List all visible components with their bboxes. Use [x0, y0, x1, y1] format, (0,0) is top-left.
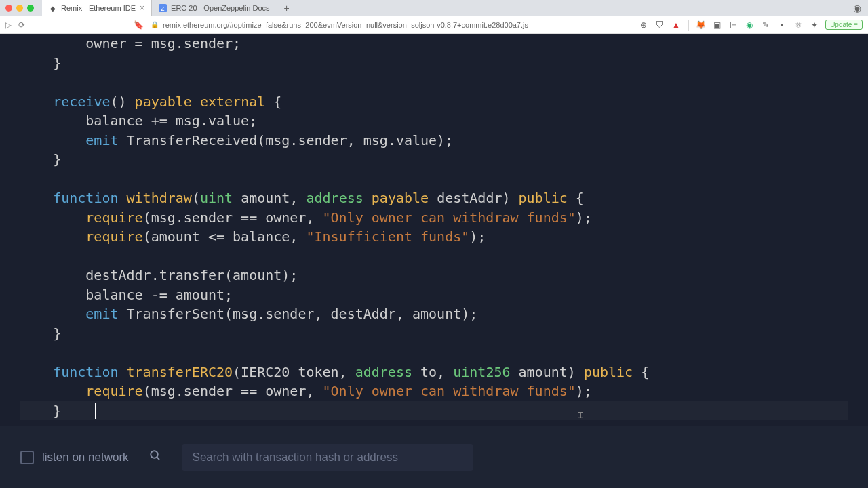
- ext-docs-icon[interactable]: ▣: [711, 20, 722, 30]
- listen-network-label: listen on network: [42, 451, 129, 464]
- ext-react-icon[interactable]: ⚛: [793, 20, 804, 30]
- console-panel: listen on network: [0, 426, 868, 488]
- address-bar: ▷ ⟳ 🔖 🔒 remix.ethereum.org/#optimize=fal…: [0, 16, 868, 34]
- code-line: [20, 169, 848, 189]
- code-editor[interactable]: owner = msg.sender; } receive() payable …: [0, 34, 868, 426]
- code-line: require(msg.sender == owner, "Only owner…: [20, 382, 848, 401]
- text-cursor: [95, 403, 96, 419]
- window-controls: [5, 5, 34, 12]
- account-icon[interactable]: ◉: [853, 3, 868, 14]
- code-line: emit TransferReceived(msg.sender, msg.va…: [20, 131, 848, 150]
- oz-favicon-icon: z: [159, 4, 167, 12]
- url-text: remix.ethereum.org/#optimize=false&runs=…: [163, 21, 528, 29]
- minimize-window-button[interactable]: [16, 5, 23, 12]
- update-button[interactable]: Update ≡: [825, 20, 863, 30]
- close-window-button[interactable]: [5, 5, 12, 12]
- tab-remix[interactable]: ◆ Remix - Ethereum IDE ×: [42, 0, 152, 16]
- code-line-current: }: [20, 401, 848, 421]
- code-line: function withdraw(uint amount, address p…: [20, 188, 848, 208]
- ext-eyedropper-icon[interactable]: ✎: [760, 20, 771, 30]
- close-tab-icon[interactable]: ×: [140, 3, 144, 13]
- ext-monitor-icon[interactable]: ⊩: [728, 20, 738, 30]
- maximize-window-button[interactable]: [27, 5, 34, 12]
- code-line: emit TransferSent(msg.sender, destAddr, …: [20, 304, 848, 324]
- code-line: require(amount <= balance, "Insufficient…: [20, 227, 848, 247]
- code-line: }: [20, 324, 848, 344]
- warning-icon[interactable]: ▲: [671, 20, 682, 30]
- lock-icon: 🔒: [151, 21, 159, 28]
- ext-metamask-icon[interactable]: 🦊: [695, 20, 706, 30]
- shield-icon[interactable]: ⛉: [654, 20, 665, 30]
- code-line: }: [20, 150, 848, 169]
- code-line: function transferERC20(IERC20 token, add…: [20, 363, 848, 382]
- code-line: require(msg.sender == owner, "Only owner…: [20, 208, 848, 228]
- code-line: [20, 73, 848, 92]
- code-line: [20, 343, 848, 363]
- tab-title: ERC 20 - OpenZeppelin Docs: [171, 4, 270, 12]
- code-line: owner = msg.sender;: [20, 34, 848, 54]
- tab-title: Remix - Ethereum IDE: [61, 4, 136, 12]
- code-line: balance -= amount;: [20, 285, 848, 305]
- url-input[interactable]: 🔒 remix.ethereum.org/#optimize=false&run…: [151, 21, 631, 29]
- remix-favicon-icon: ◆: [49, 4, 57, 12]
- code-line: balance += msg.value;: [20, 111, 848, 131]
- code-line: }: [20, 54, 848, 73]
- back-button[interactable]: ▷: [5, 20, 12, 30]
- ext-grammarly-icon[interactable]: ◉: [744, 20, 755, 30]
- ext-puzzle-icon[interactable]: ✦: [809, 20, 820, 30]
- listen-network-checkbox[interactable]: [20, 451, 34, 464]
- new-tab-button[interactable]: +: [277, 3, 296, 14]
- code-line: receive() payable external {: [20, 92, 848, 112]
- reload-button[interactable]: ⟳: [18, 20, 25, 30]
- browser-tab-bar: ◆ Remix - Ethereum IDE × z ERC 20 - Open…: [0, 0, 868, 16]
- transaction-search-input[interactable]: [182, 444, 473, 471]
- tab-openzeppelin[interactable]: z ERC 20 - OpenZeppelin Docs: [152, 0, 277, 16]
- zoom-icon[interactable]: ⊕: [638, 20, 649, 30]
- svg-point-0: [151, 451, 158, 458]
- code-line: destAddr.transfer(amount);: [20, 266, 848, 285]
- code-line: [20, 247, 848, 266]
- bookmark-icon[interactable]: 🔖: [134, 20, 144, 30]
- svg-line-1: [157, 457, 159, 460]
- mouse-text-cursor-icon: ⌶: [578, 405, 583, 425]
- ext-dark-icon[interactable]: ▪: [776, 20, 787, 30]
- search-icon[interactable]: [149, 449, 161, 465]
